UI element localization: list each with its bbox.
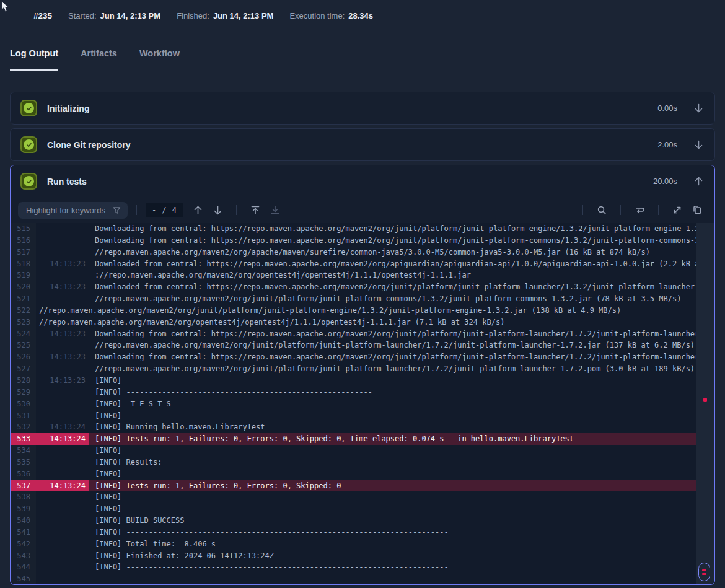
success-check-icon: [20, 136, 37, 153]
tab-log-output[interactable]: Log Output: [10, 48, 58, 71]
line-timestamp: [36, 468, 89, 480]
log-scrollbar[interactable]: [696, 223, 714, 584]
log-line[interactable]: 538[INFO]: [11, 491, 696, 503]
log-line[interactable]: 543[INFO] Finished at: 2024-06-14T12:13:…: [11, 550, 696, 562]
mouse-cursor-icon: [1, 1, 11, 13]
log-line[interactable]: 516Downloading from central: https://rep…: [11, 235, 696, 247]
log-line[interactable]: 52014:13:23Downloaded from central: http…: [11, 281, 696, 293]
expand-step-arrow-down-icon[interactable]: [692, 139, 705, 151]
log-output: 515Downloading from central: https://rep…: [11, 223, 714, 584]
log-line[interactable]: 541[INFO] ------------------------------…: [11, 527, 696, 538]
log-line[interactable]: 539[INFO] ------------------------------…: [11, 503, 696, 515]
started-label: Started:: [68, 11, 97, 20]
copy-log-icon[interactable]: [689, 202, 705, 218]
log-line[interactable]: 53214:13:24[INFO] Running hello.maven.Li…: [11, 421, 696, 433]
step-panel-initializing: Initializing 0.00s: [10, 92, 715, 125]
line-timestamp: [36, 457, 89, 468]
line-text: [INFO] Tests run: 1, Failures: 0, Errors…: [89, 480, 696, 492]
log-line[interactable]: 529[INFO] ------------------------------…: [11, 387, 696, 398]
log-line[interactable]: 53314:13:24[INFO] Tests run: 1, Failures…: [11, 433, 696, 445]
toolbar-divider: [658, 205, 659, 215]
step-title: Run tests: [47, 177, 87, 186]
line-timestamp: [36, 270, 89, 281]
log-line[interactable]: 542[INFO] Total time: 8.406 s: [11, 538, 696, 550]
log-line[interactable]: 517//repo.maven.apache.org/maven2/org/ap…: [11, 247, 696, 258]
line-timestamp: 14:13:24: [36, 480, 89, 492]
line-timestamp: 14:13:24: [36, 421, 89, 433]
log-line[interactable]: 51814:13:23Downloaded from central: http…: [11, 258, 696, 270]
line-text: [INFO]: [89, 468, 696, 480]
scroll-to-top-icon[interactable]: [247, 202, 263, 218]
step-title: Initializing: [47, 103, 89, 113]
prev-match-arrow-up-icon[interactable]: [190, 202, 206, 218]
log-line[interactable]: 522//repo.maven.apache.org/maven2/org/ju…: [11, 305, 696, 317]
line-text: [INFO] ---------------------------------…: [89, 503, 696, 515]
line-number: 538: [11, 491, 36, 503]
step-header-initializing[interactable]: Initializing 0.00s: [11, 92, 714, 124]
line-number: 522: [11, 305, 36, 317]
success-check-icon: [20, 173, 37, 190]
line-timestamp: 14:13:23: [36, 351, 89, 363]
line-text: [INFO] ---------------------------------…: [89, 527, 696, 538]
line-number: 535: [11, 457, 36, 468]
tab-artifacts[interactable]: Artifacts: [81, 48, 117, 71]
line-number: 544: [11, 561, 36, 573]
scrollbar-thumb[interactable]: [698, 563, 710, 581]
highlight-marker: [703, 398, 707, 402]
pipeline-steps: Initializing 0.00s Clone Git repository …: [10, 92, 715, 585]
scroll-to-bottom-icon[interactable]: [267, 202, 283, 218]
log-line[interactable]: 523//repo.maven.apache.org/maven2/org/op…: [11, 317, 696, 328]
next-match-arrow-down-icon[interactable]: [209, 202, 226, 218]
log-line[interactable]: 525//repo.maven.apache.org/maven2/org/ju…: [11, 340, 696, 351]
line-text: //repo.maven.apache.org/maven2/org/junit…: [89, 340, 696, 351]
log-line[interactable]: 531[INFO] ------------------------------…: [11, 410, 696, 422]
line-text: Downloaded from central: https://repo.ma…: [89, 258, 696, 270]
log-line[interactable]: 515Downloading from central: https://rep…: [11, 223, 696, 235]
log-line[interactable]: 52414:13:23Downloading from central: htt…: [11, 328, 696, 340]
log-line[interactable]: 53714:13:24[INFO] Tests run: 1, Failures…: [11, 480, 696, 492]
line-number: 519: [11, 270, 36, 281]
line-timestamp: [36, 538, 89, 550]
line-timestamp: [36, 387, 89, 398]
log-line[interactable]: 52614:13:23Downloading from central: htt…: [11, 351, 696, 363]
line-number: 527: [11, 363, 36, 375]
step-header-run-tests[interactable]: Run tests 20.00s: [11, 165, 714, 197]
log-line[interactable]: 545: [11, 573, 696, 584]
line-text: [INFO] ---------------------------------…: [89, 387, 696, 398]
line-timestamp: [36, 247, 89, 258]
wrap-lines-icon[interactable]: [631, 202, 648, 218]
log-line[interactable]: 530[INFO] T E S T S: [11, 398, 696, 410]
log-line[interactable]: 521//repo.maven.apache.org/maven2/org/ju…: [11, 293, 696, 305]
log-line[interactable]: 535[INFO] Results:: [11, 457, 696, 468]
line-text: [INFO] Finished at: 2024-06-14T12:13:24Z: [89, 550, 696, 562]
line-text: Downloading from central: https://repo.m…: [89, 235, 696, 247]
log-line[interactable]: 52814:13:23[INFO]: [11, 375, 696, 387]
build-execution-time: Execution time: 28.34s: [289, 11, 373, 20]
funnel-icon: [113, 206, 121, 214]
line-number: 529: [11, 387, 36, 398]
step-header-clone-git[interactable]: Clone Git repository 2.00s: [11, 129, 714, 160]
log-line[interactable]: 536[INFO]: [11, 468, 696, 480]
log-line[interactable]: 540[INFO] BUILD SUCCESS: [11, 515, 696, 527]
log-line[interactable]: 527//repo.maven.apache.org/maven2/org/ju…: [11, 363, 696, 375]
line-text: [INFO] Total time: 8.406 s: [89, 538, 696, 550]
fullscreen-icon[interactable]: [669, 202, 685, 218]
tab-workflow[interactable]: Workflow: [139, 48, 180, 71]
tab-bar: Log Output Artifacts Workflow: [10, 48, 180, 71]
log-line[interactable]: 534[INFO]: [11, 445, 696, 457]
line-number: 534: [11, 445, 36, 457]
log-line[interactable]: 519://repo.maven.apache.org/maven2/org/o…: [11, 270, 696, 281]
log-line[interactable]: 544[INFO] ------------------------------…: [11, 561, 696, 573]
line-timestamp: [36, 235, 89, 247]
build-number: #235: [33, 11, 52, 20]
line-text: [INFO] Running hello.maven.LibraryTest: [89, 421, 696, 433]
collapse-step-arrow-up-icon[interactable]: [692, 175, 705, 188]
step-duration: 2.00s: [657, 140, 677, 149]
search-icon[interactable]: [594, 202, 610, 218]
keyword-highlight-label: Highlight for keywords: [26, 206, 105, 215]
line-timestamp: 14:13:23: [36, 258, 89, 270]
highlight-marker: [702, 569, 706, 571]
keyword-highlight-input[interactable]: Highlight for keywords: [18, 202, 128, 219]
line-timestamp: 14:13:23: [36, 281, 89, 293]
expand-step-arrow-down-icon[interactable]: [692, 102, 705, 115]
